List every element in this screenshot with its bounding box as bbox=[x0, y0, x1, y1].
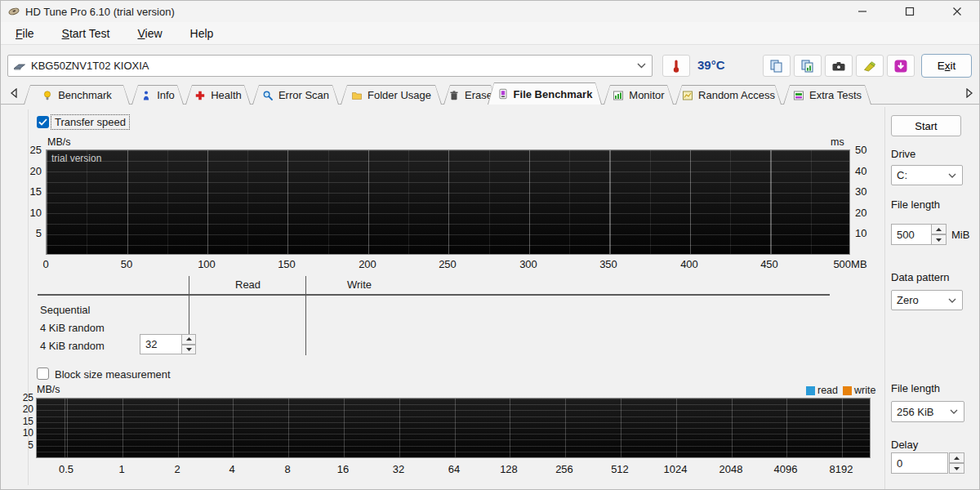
data-pattern-select[interactable]: Zero bbox=[891, 290, 963, 310]
temperature-button[interactable] bbox=[662, 55, 690, 77]
tab-label: Error Scan bbox=[278, 89, 329, 101]
chart1-xtick: 250 bbox=[415, 258, 480, 270]
tab-health[interactable]: Health bbox=[185, 85, 251, 105]
download-button[interactable] bbox=[887, 55, 915, 77]
chart2-ytick: 25 bbox=[16, 392, 33, 403]
drive-letter-select[interactable]: C: bbox=[891, 165, 963, 185]
minimize-button[interactable] bbox=[839, 1, 886, 22]
queue-depth-up-button[interactable] bbox=[181, 334, 196, 345]
tab-extra-tests[interactable]: Extra Tests bbox=[783, 85, 871, 105]
file-length-down-button[interactable] bbox=[931, 234, 947, 245]
queue-depth-down-button[interactable] bbox=[181, 345, 196, 355]
lightbulb-icon bbox=[42, 90, 53, 101]
screenshot-button[interactable] bbox=[825, 55, 853, 77]
label: S bbox=[62, 27, 69, 40]
tab-scroll-left-icon[interactable] bbox=[6, 85, 22, 101]
file-page-icon bbox=[497, 88, 509, 100]
label: F bbox=[16, 27, 23, 40]
app-window: HD Tune Pro 6.10 (trial version) File St… bbox=[0, 0, 980, 490]
chart2-xtick: 8192 bbox=[817, 463, 866, 475]
block-size-label[interactable]: Block size measurement bbox=[51, 368, 174, 381]
chart1-xtick: 350 bbox=[576, 258, 641, 270]
red-cross-icon bbox=[194, 90, 206, 101]
table-row-4kib-random: 4 KiB random bbox=[40, 322, 105, 334]
tab-monitor[interactable]: Monitor bbox=[604, 85, 674, 105]
delay-down-button[interactable] bbox=[949, 463, 964, 474]
block-file-length-select[interactable]: 256 KiB bbox=[891, 401, 964, 422]
chart1-xtick: 50 bbox=[94, 258, 159, 270]
thermometer-icon bbox=[670, 59, 682, 74]
info-person-icon bbox=[140, 90, 152, 101]
highlight-button[interactable] bbox=[856, 55, 884, 77]
chart1-ytick: 15 bbox=[20, 185, 42, 198]
start-button[interactable]: Start bbox=[891, 115, 961, 136]
close-button[interactable] bbox=[933, 1, 980, 22]
trial-version-watermark: trial version bbox=[51, 153, 101, 164]
tab-file-benchmark[interactable]: File Benchmark bbox=[488, 82, 602, 105]
delay-input[interactable]: 0 bbox=[891, 452, 948, 474]
chart1-plot: trial version bbox=[46, 149, 850, 255]
delay-value: 0 bbox=[897, 457, 902, 470]
copy-button[interactable] bbox=[763, 55, 791, 77]
file-length-label: File length bbox=[891, 198, 940, 211]
label: E bbox=[938, 60, 945, 72]
chart2-xtick: 1024 bbox=[651, 463, 700, 475]
chart2-ytick: 5 bbox=[16, 439, 33, 451]
chevron-down-icon bbox=[948, 298, 956, 303]
tab-error-scan[interactable]: Error Scan bbox=[252, 85, 339, 105]
menu-file[interactable]: File bbox=[7, 24, 42, 42]
temperature-value: 39°C bbox=[697, 58, 725, 72]
tab-label: Info bbox=[157, 89, 175, 101]
drive-select[interactable]: KBG50ZNV1T02 KIOXIA bbox=[7, 55, 653, 77]
transfer-speed-checkbox[interactable] bbox=[37, 116, 49, 128]
tab-folder-usage[interactable]: Folder Usage bbox=[341, 85, 442, 105]
tab-label: Monitor bbox=[629, 89, 664, 101]
tab-random-access[interactable]: Random Access bbox=[675, 85, 782, 105]
delay-label: Delay bbox=[891, 439, 918, 451]
drive-label: Drive bbox=[891, 148, 915, 160]
tab-label: Extra Tests bbox=[809, 89, 862, 101]
download-icon bbox=[893, 59, 908, 74]
menu-start-test[interactable]: Start Test bbox=[54, 24, 118, 42]
chevron-down-icon bbox=[637, 63, 646, 69]
tab-benchmark[interactable]: Benchmark bbox=[24, 85, 130, 105]
chart2-ytick: 15 bbox=[16, 416, 33, 427]
legend-read-label: read bbox=[817, 385, 838, 396]
copy-chart-button[interactable] bbox=[794, 55, 822, 77]
chart1-ytick: 10 bbox=[20, 207, 42, 219]
label: Help bbox=[190, 27, 214, 40]
chart2-xtick: 2048 bbox=[706, 463, 755, 475]
queue-depth-input[interactable]: 32 bbox=[140, 334, 182, 354]
chart2-xtick: 32 bbox=[374, 463, 423, 475]
disk-icon bbox=[13, 60, 26, 72]
tab-info[interactable]: Info bbox=[131, 85, 184, 105]
chart2-xtick: 16 bbox=[318, 463, 368, 475]
chart2-xtick: 256 bbox=[540, 463, 589, 475]
chart1-ytick-right: 10 bbox=[855, 227, 888, 239]
chart1-ytick-right: 30 bbox=[855, 185, 888, 198]
transfer-speed-label[interactable]: Transfer speed bbox=[51, 115, 129, 129]
copy-icon bbox=[768, 59, 785, 74]
legend-write-label: write bbox=[854, 385, 875, 396]
marker-icon bbox=[862, 60, 878, 73]
table-header-line bbox=[38, 294, 830, 296]
delay-up-button[interactable] bbox=[949, 452, 964, 463]
menu-view[interactable]: View bbox=[129, 24, 170, 42]
file-length-input[interactable]: 500 bbox=[891, 224, 932, 245]
chart2-xtick: 4096 bbox=[761, 463, 810, 475]
maximize-button[interactable] bbox=[886, 1, 933, 22]
block-size-checkbox[interactable] bbox=[37, 368, 49, 380]
exit-button[interactable]: Exit bbox=[921, 54, 972, 78]
tab-scroll-right-icon[interactable] bbox=[961, 85, 978, 101]
chart2-xtick: 64 bbox=[430, 463, 479, 475]
chart1-xtick: 300 bbox=[496, 258, 561, 270]
menu-help[interactable]: Help bbox=[182, 24, 222, 42]
chart2-ytick: 10 bbox=[16, 427, 33, 439]
chart2-y-unit: MB/s bbox=[37, 384, 60, 395]
chart2-xtick: 512 bbox=[595, 463, 644, 475]
monitor-chart-icon bbox=[612, 90, 624, 101]
chart2-xtick: 2 bbox=[153, 463, 202, 475]
file-length-up-button[interactable] bbox=[931, 224, 947, 234]
chart1-ytick: 20 bbox=[20, 165, 42, 177]
app-disk-icon bbox=[7, 5, 20, 18]
